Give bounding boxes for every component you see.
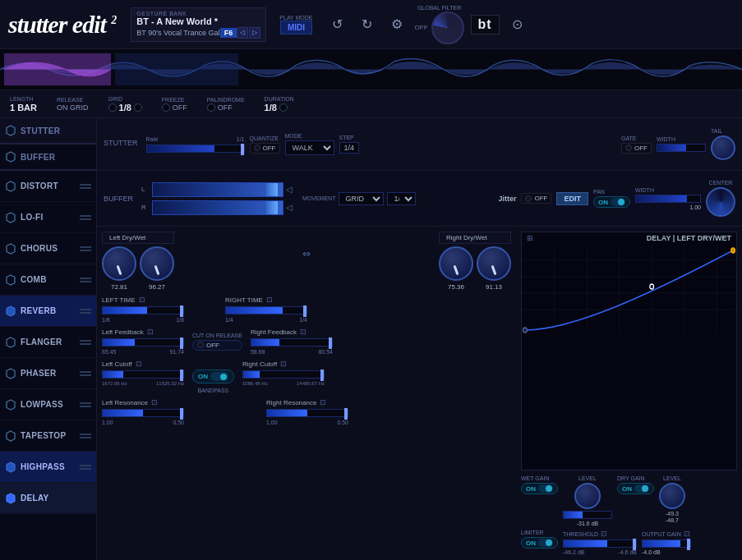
quantize-toggle[interactable]: OFF (250, 143, 280, 154)
graph-area[interactable]: ⊞ DELAY | LEFT DRY/WET (521, 232, 737, 470)
stutter-label: STUTTER (104, 139, 138, 147)
buffer-l-slider[interactable] (152, 182, 283, 197)
buffer-width-label: Width (635, 187, 701, 193)
sidebar-item-flanger[interactable]: FLANGER (0, 327, 96, 358)
left-time-copy-icon[interactable]: ⊡ (139, 296, 145, 304)
left-fb-copy-icon[interactable]: ⊡ (147, 328, 154, 336)
stutter-gate-group: Gate OFF (621, 135, 652, 154)
duration-control[interactable]: Duration 1/8 (265, 96, 294, 112)
cut-on-release-toggle[interactable]: OFF (192, 340, 242, 351)
left-time-group: Left Time ⊡ 1/8 1/8 (102, 296, 184, 323)
pan-switch[interactable] (611, 198, 625, 206)
left-time-slider[interactable] (102, 306, 184, 314)
width-slider[interactable] (657, 144, 706, 152)
left-res-slider[interactable] (102, 409, 184, 417)
right-fb-slider[interactable] (251, 338, 333, 347)
gesture-bank[interactable]: Gesture Bank BT - A New World * BT 90's … (131, 7, 266, 42)
dry-gain-toggle[interactable]: ON (617, 483, 654, 494)
sidebar-item-lofi[interactable]: LO-FI (0, 202, 96, 233)
sidebar-item-comb[interactable]: COMB (0, 264, 96, 296)
sidebar-item-lowpass[interactable]: LOWPASS (0, 389, 96, 420)
sidebar-item-chorus[interactable]: CHORUS (0, 233, 96, 264)
step-value: 1/4 (339, 142, 360, 154)
lowpass-hex-icon (5, 399, 16, 411)
length-label: Length (10, 96, 37, 102)
gb-prev-btn[interactable]: ◁ (237, 27, 248, 39)
right-drywet-knob2[interactable] (477, 246, 511, 281)
right-time-slider[interactable] (225, 306, 307, 314)
left-drywet-knob2[interactable] (140, 246, 174, 281)
jitter-off-toggle[interactable]: OFF (521, 193, 551, 204)
left-cutoff-label: Left Cutoff (102, 360, 132, 368)
sidebar-item-phaser[interactable]: PHASER (0, 358, 96, 389)
graph-expand-icon[interactable]: ⊞ (527, 234, 533, 242)
output-gain-slider[interactable] (642, 539, 691, 548)
left-drywet-knob1[interactable] (102, 246, 136, 281)
palindrome-toggle[interactable] (207, 103, 215, 112)
bandpass-group: ON Bandpass (192, 360, 234, 393)
wet-gain-toggle[interactable]: ON (521, 483, 558, 494)
waveform-area[interactable] (0, 49, 742, 90)
right-cutoff-copy-icon[interactable]: ⊡ (280, 360, 287, 368)
settings-button[interactable]: ⚙ (385, 13, 408, 36)
grid-toggle-up[interactable] (134, 103, 142, 112)
bandpass-toggle[interactable]: ON (192, 370, 234, 383)
center-knob[interactable] (706, 187, 735, 217)
right-res-copy-icon[interactable]: ⊡ (320, 398, 326, 406)
redo-button[interactable]: ↻ (356, 13, 379, 36)
limiter-toggle[interactable]: ON (521, 537, 558, 549)
wet-level-slider[interactable] (563, 511, 612, 519)
dry-level-knob[interactable] (659, 483, 685, 509)
right-fb-copy-icon[interactable]: ⊡ (300, 328, 306, 336)
length-control[interactable]: Length 1 BAR (10, 96, 37, 112)
movement-grid-select[interactable]: 1/8 (387, 192, 416, 205)
right-time-copy-icon[interactable]: ⊡ (266, 296, 273, 304)
global-filter-knob[interactable] (431, 11, 464, 44)
dry-gain-switch[interactable] (634, 484, 649, 493)
sidebar-item-tapestop[interactable]: TAPESTOP (0, 420, 96, 452)
jitter-edit-button[interactable]: EDIT (556, 192, 588, 205)
sidebar-item-reverb[interactable]: REVERB (0, 296, 96, 327)
buffer-l-arrow[interactable]: ◁ (286, 185, 293, 194)
grid-control[interactable]: Grid 1/8 (108, 96, 142, 112)
center-section: Center (706, 180, 735, 217)
pan-on-toggle[interactable]: ON (593, 196, 630, 208)
left-res-copy-icon[interactable]: ⊡ (151, 398, 158, 406)
grid-toggle-down[interactable] (108, 103, 117, 112)
undo-button[interactable]: ↺ (326, 13, 349, 36)
buffer-r-arrow[interactable]: ◁ (286, 203, 293, 212)
threshold-copy-icon[interactable]: ⊡ (601, 530, 607, 538)
tail-knob[interactable] (711, 135, 735, 160)
gb-next-btn[interactable]: ▷ (249, 27, 260, 39)
right-res-slider[interactable] (266, 409, 348, 417)
movement-select[interactable]: GRID (339, 192, 384, 205)
width-slider-buf[interactable] (635, 195, 701, 203)
wet-gain-switch[interactable] (538, 484, 553, 493)
left-fb-slider[interactable] (102, 338, 184, 347)
freeze-toggle[interactable] (162, 103, 170, 112)
link-icon[interactable]: ⇔ (302, 248, 311, 259)
lofi-hex-icon (5, 212, 16, 223)
release-control[interactable]: Release ON GRID (57, 97, 89, 112)
output-gain-copy-icon[interactable]: ⊡ (684, 530, 690, 538)
sidebar-item-delay[interactable]: DELAY (0, 483, 96, 514)
sidebar-item-distort[interactable]: DISTORT (0, 171, 96, 202)
mode-select[interactable]: WALK (285, 140, 334, 155)
duration-toggle[interactable] (279, 103, 288, 112)
left-cutoff-slider[interactable] (102, 370, 184, 379)
stutter-rate-slider[interactable] (146, 145, 245, 153)
freeze-control[interactable]: Freeze OFF (162, 97, 187, 112)
limiter-switch[interactable] (538, 539, 553, 547)
right-drywet-knob1[interactable] (439, 246, 473, 281)
right-cutoff-slider[interactable] (242, 370, 325, 379)
bandpass-switch[interactable] (210, 372, 228, 381)
gate-toggle[interactable]: OFF (621, 143, 652, 154)
threshold-slider[interactable] (563, 539, 637, 548)
sidebar-item-highpass[interactable]: HIGHPASS (0, 452, 96, 483)
palindrome-control[interactable]: Palindrome OFF (207, 97, 245, 112)
midi-button[interactable]: MIDI (280, 21, 312, 34)
wet-level-knob[interactable] (574, 483, 601, 509)
left-cutoff-copy-icon[interactable]: ⊡ (136, 360, 142, 368)
menu-button[interactable]: ⊙ (506, 13, 529, 36)
buffer-r-slider[interactable] (152, 200, 283, 215)
